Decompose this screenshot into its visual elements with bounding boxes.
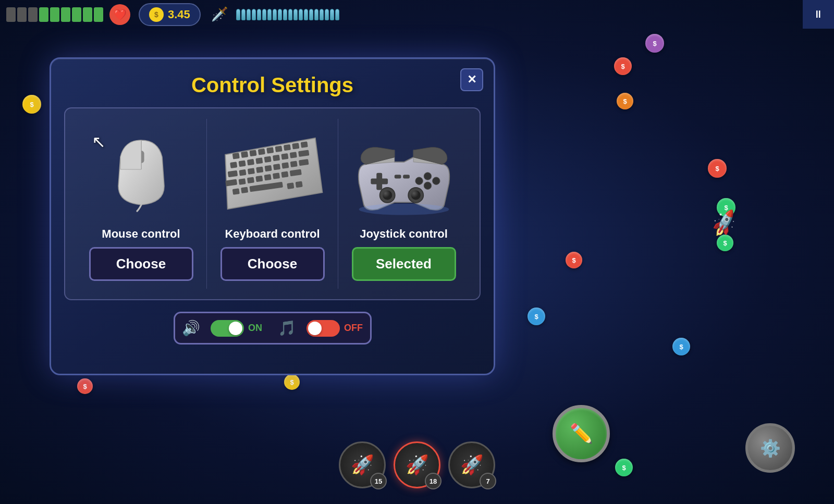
keyboard-control-icon bbox=[220, 124, 325, 223]
bottom-weapon-hud: 🚀 15 🚀 18 🚀 7 bbox=[0, 441, 834, 488]
sound-panel: 🔊 ON 🎵 OFF bbox=[174, 312, 372, 345]
bg-coin-12: $ bbox=[284, 374, 300, 390]
music-toggle-track[interactable] bbox=[306, 320, 340, 337]
bullet-5 bbox=[257, 9, 261, 20]
svg-rect-26 bbox=[281, 162, 289, 169]
health-bar-6 bbox=[61, 7, 70, 22]
mouse-control-icon: ↖ bbox=[89, 124, 193, 223]
health-bar-3 bbox=[28, 7, 38, 22]
svg-rect-14 bbox=[255, 157, 263, 164]
weapon-slot-2[interactable]: 🚀 18 bbox=[394, 441, 440, 488]
health-bar-1 bbox=[6, 7, 16, 22]
bg-coin-6: $ bbox=[566, 252, 582, 268]
keyboard-control-label: Keyboard control bbox=[225, 227, 320, 241]
svg-rect-40 bbox=[287, 182, 294, 189]
keyboard-choose-button[interactable]: Choose bbox=[220, 247, 325, 281]
svg-rect-7 bbox=[275, 145, 282, 152]
bg-coin-9: $ bbox=[22, 95, 41, 114]
modal-title: Control Settings bbox=[51, 59, 494, 107]
weapon-icon: 🗡️ bbox=[211, 6, 228, 22]
sfx-toggle-track[interactable] bbox=[211, 320, 244, 337]
money-display: $ 3.45 bbox=[139, 3, 201, 26]
bullet-19 bbox=[330, 9, 334, 20]
bg-coin-11: $ bbox=[77, 378, 93, 394]
bg-coin-1: $ bbox=[614, 57, 632, 75]
svg-rect-30 bbox=[238, 178, 246, 185]
svg-rect-2 bbox=[232, 153, 239, 159]
bullet-6 bbox=[262, 9, 266, 20]
health-bar-2 bbox=[17, 7, 27, 22]
svg-rect-43 bbox=[376, 173, 382, 190]
music-toggle[interactable]: OFF bbox=[306, 320, 363, 337]
bullet-2 bbox=[241, 9, 246, 20]
svg-rect-18 bbox=[289, 152, 297, 158]
bullet-13 bbox=[299, 9, 303, 20]
svg-rect-8 bbox=[283, 144, 290, 151]
svg-rect-37 bbox=[232, 188, 239, 195]
svg-rect-48 bbox=[394, 175, 401, 178]
svg-point-53 bbox=[411, 190, 420, 200]
svg-rect-38 bbox=[241, 187, 248, 194]
svg-rect-12 bbox=[238, 161, 246, 167]
svg-rect-41 bbox=[295, 181, 302, 188]
bullet-20 bbox=[335, 9, 339, 20]
svg-rect-31 bbox=[247, 177, 254, 183]
bullet-4 bbox=[252, 9, 256, 20]
sfx-toggle-label: ON bbox=[248, 323, 262, 334]
svg-rect-5 bbox=[257, 149, 265, 155]
svg-rect-24 bbox=[264, 165, 272, 172]
sfx-toggle-thumb bbox=[229, 322, 242, 335]
svg-point-46 bbox=[424, 181, 432, 189]
svg-rect-22 bbox=[247, 168, 254, 175]
health-bar-9 bbox=[94, 7, 103, 22]
weapon-slot-1[interactable]: 🚀 15 bbox=[339, 441, 386, 488]
heart-icon: ❤️ bbox=[109, 4, 130, 25]
joystick-control-option: Joystick control Selected bbox=[338, 119, 469, 289]
svg-rect-23 bbox=[256, 166, 263, 173]
svg-rect-34 bbox=[273, 173, 280, 179]
bullet-14 bbox=[304, 9, 308, 20]
keyboard-control-option: Keyboard control Choose bbox=[206, 119, 338, 289]
bg-coin-7: $ bbox=[528, 308, 545, 325]
bg-coin-0: $ bbox=[645, 34, 664, 53]
weapon-2-icon: 🚀 bbox=[406, 454, 429, 476]
svg-rect-3 bbox=[241, 151, 248, 158]
joystick-selected-button[interactable]: Selected bbox=[352, 247, 456, 281]
bullet-3 bbox=[247, 9, 251, 20]
health-bar-5 bbox=[50, 7, 59, 22]
close-icon: ✕ bbox=[467, 73, 476, 87]
weapon-2-count: 18 bbox=[425, 473, 441, 489]
svg-point-45 bbox=[432, 177, 440, 185]
weapon-3-icon: 🚀 bbox=[460, 454, 484, 476]
weapon-slot-3[interactable]: 🚀 7 bbox=[448, 441, 495, 488]
pause-button[interactable]: ⏸ bbox=[803, 0, 834, 29]
svg-point-44 bbox=[424, 172, 432, 180]
svg-rect-11 bbox=[230, 162, 237, 168]
svg-point-47 bbox=[415, 177, 423, 185]
mouse-choose-button[interactable]: Choose bbox=[89, 247, 193, 281]
bullet-11 bbox=[288, 9, 292, 20]
bullet-9 bbox=[278, 9, 282, 20]
bullet-10 bbox=[283, 9, 287, 20]
top-hud: ❤️ $ 3.45 🗡️ ⏸ bbox=[0, 0, 834, 29]
ammo-display bbox=[236, 9, 339, 20]
svg-rect-17 bbox=[281, 153, 288, 160]
svg-rect-6 bbox=[266, 147, 274, 154]
health-bar-8 bbox=[83, 7, 92, 22]
music-toggle-thumb bbox=[308, 322, 322, 335]
bullet-12 bbox=[293, 9, 298, 20]
svg-rect-13 bbox=[247, 159, 254, 166]
svg-rect-4 bbox=[249, 150, 256, 157]
svg-rect-32 bbox=[255, 176, 263, 182]
control-settings-modal: Control Settings ✕ ↖ bbox=[50, 57, 495, 375]
svg-rect-16 bbox=[273, 155, 280, 162]
bullet-1 bbox=[236, 9, 240, 20]
sfx-toggle[interactable]: ON bbox=[211, 320, 262, 337]
health-bars bbox=[6, 7, 103, 22]
weapon-1-count: 15 bbox=[370, 473, 387, 489]
svg-rect-27 bbox=[290, 161, 297, 168]
bg-coin-3: $ bbox=[708, 159, 727, 178]
svg-rect-35 bbox=[281, 171, 288, 178]
bullet-18 bbox=[325, 9, 329, 20]
close-button[interactable]: ✕ bbox=[460, 68, 483, 91]
